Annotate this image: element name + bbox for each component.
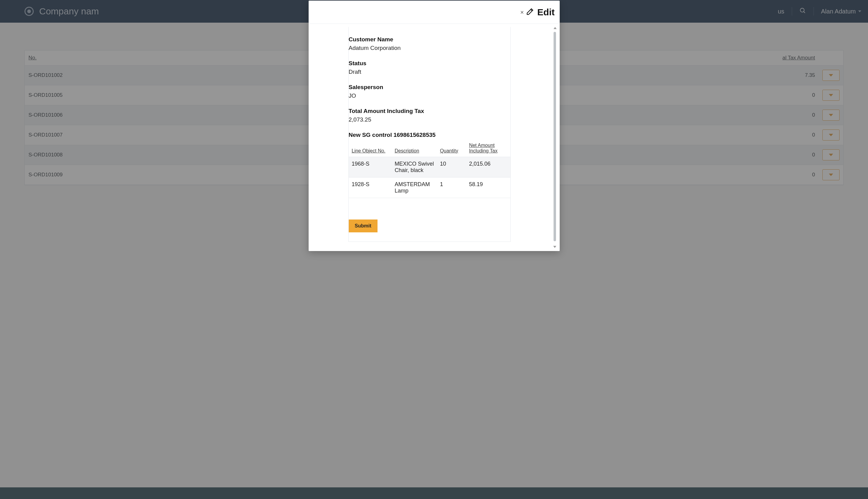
table-row[interactable]: 1928-SAMSTERDAM Lamp158.19 <box>349 178 510 198</box>
line-net-amount-cell: 58.19 <box>467 178 510 198</box>
field-label-sg-control: New SG control 1698615628535 <box>349 132 510 138</box>
line-net-amount-cell: 2,015.06 <box>467 157 510 178</box>
field-label-total: Total Amount Including Tax <box>349 108 510 114</box>
modal-body[interactable]: Customer Name Adatum Corporation Status … <box>309 24 550 251</box>
field-label-customer-name: Customer Name <box>349 36 510 43</box>
line-quantity-cell: 10 <box>438 157 467 178</box>
field-label-status: Status <box>349 60 510 67</box>
table-row[interactable]: 1968-SMEXICO Swivel Chair, black102,015.… <box>349 157 510 178</box>
order-detail-modal: × Edit Customer Name Adatum Corporation … <box>309 1 560 251</box>
field-value-total: 2,073.25 <box>349 116 510 123</box>
scroll-down-icon[interactable] <box>553 246 556 248</box>
edit-icon <box>526 7 534 17</box>
field-value-status: Draft <box>349 69 510 75</box>
line-description-cell: MEXICO Swivel Chair, black <box>392 157 438 178</box>
line-items-table: Line Object No. Description Quantity Net… <box>349 141 510 210</box>
scrollbar[interactable] <box>553 27 556 248</box>
line-col-no[interactable]: Line Object No. <box>349 141 392 157</box>
line-col-quantity[interactable]: Quantity <box>438 141 467 157</box>
order-detail-card: Customer Name Adatum Corporation Status … <box>349 27 511 242</box>
submit-button[interactable]: Submit <box>349 219 378 232</box>
line-no-cell: 1968-S <box>349 157 392 178</box>
close-icon[interactable]: × <box>520 9 524 15</box>
line-quantity-cell: 1 <box>438 178 467 198</box>
field-label-salesperson: Salesperson <box>349 84 510 90</box>
scroll-up-icon[interactable] <box>553 27 557 29</box>
scroll-thumb[interactable] <box>553 32 556 241</box>
field-value-salesperson: JO <box>349 93 510 99</box>
field-value-customer-name: Adatum Corporation <box>349 45 510 51</box>
line-col-description[interactable]: Description <box>392 141 438 157</box>
line-col-net-amount[interactable]: Net Amount Including Tax <box>467 141 510 157</box>
modal-header: × Edit <box>309 1 560 24</box>
edit-label: Edit <box>537 7 555 17</box>
edit-button[interactable]: Edit <box>526 7 555 17</box>
line-description-cell: AMSTERDAM Lamp <box>392 178 438 198</box>
table-spacer-row <box>349 198 510 210</box>
line-no-cell: 1928-S <box>349 178 392 198</box>
